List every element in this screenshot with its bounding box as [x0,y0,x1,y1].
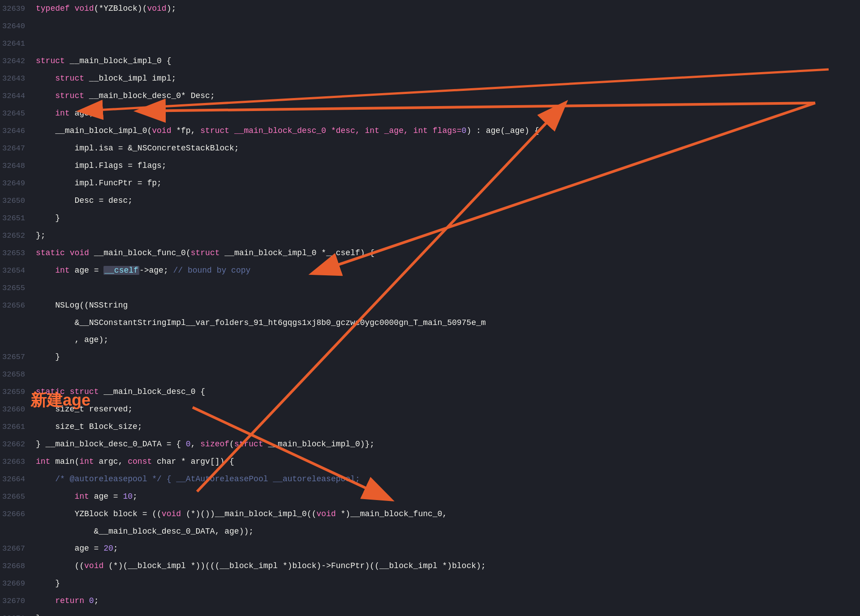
code-token: int [36,457,50,466]
code-token: ( [229,440,234,449]
line-content: int age = 10; [36,488,860,505]
code-token: void [162,509,181,518]
line-number: 32668 [0,558,36,575]
code-token: ; [94,596,99,605]
line-content: impl.Flags = flags; [36,157,860,174]
code-token: struct [191,248,220,257]
table-row: &__NSConstantStringImpl__var_folders_91_… [0,314,860,331]
line-number: 32645 [0,105,36,122]
table-row: 32653static void __main_block_func_0(str… [0,244,860,262]
code-editor: 32639typedef void(*YZBlock)(void);32640 … [0,0,860,616]
table-row: 32664 /* @autoreleasepool */ { __AtAutor… [0,471,860,488]
code-token: size_t reserved; [36,405,133,414]
line-content: impl.isa = &_NSConcreteStackBlock; [36,140,860,157]
code-token: struct [36,56,65,65]
line-number: 32648 [0,158,36,175]
line-content: int main(int argc, const char * argv[]) … [36,453,860,470]
table-row: 32640 [0,17,860,35]
code-token: age = [36,544,103,553]
code-token: } [36,579,60,588]
line-content: NSLog((NSString [36,297,860,314]
code-token: (*)())__main_block_impl_0(( [181,509,316,518]
line-content: __main_block_impl_0(void *fp, struct __m… [36,122,860,139]
line-number: 32664 [0,471,36,488]
line-number: 32671 [0,610,36,616]
code-token: 0 [89,596,94,605]
line-number: 32651 [0,210,36,227]
code-token [36,596,55,605]
line-content: size_t Block_size; [36,418,860,435]
line-content: &__NSConstantStringImpl__var_folders_91_… [36,314,860,331]
table-row: 32661 size_t Block_size; [0,418,860,436]
code-token: age; [70,109,94,118]
code-token: int [79,457,94,466]
code-token: void [147,4,166,13]
line-content: } __main_block_desc_0_DATA = { 0, sizeof… [36,436,860,453]
code-token: 0 [186,440,191,449]
code-token: YZBlock block = (( [36,509,162,518]
code-token: static [36,387,65,396]
table-row: 32656 NSLog((NSString [0,297,860,314]
line-content: YZBlock block = ((void (*)())__main_bloc… [36,505,860,522]
code-token: __main_block_impl_0 *__cself) { [220,248,375,257]
code-token: &__NSConstantStringImpl__var_folders_91_… [36,318,486,327]
table-row: 32643 struct __block_impl impl; [0,70,860,87]
table-row: 32671} [0,610,860,616]
line-content: Desc = desc; [36,192,860,209]
code-token: struct [200,126,229,135]
code-token: __main_block_desc_0* Desc; [84,91,215,100]
code-token: ); [167,4,176,13]
line-content: /* @autoreleasepool */ { __AtAutorelease… [36,471,860,488]
table-row: , age); [0,331,860,348]
code-token [65,387,70,396]
line-number: 32650 [0,192,36,210]
line-number: 32654 [0,262,36,279]
code-token: // bound by copy [173,266,251,275]
code-token: impl.FuncPtr = fp; [36,179,162,188]
line-content: struct __main_block_impl_0 { [36,52,860,69]
code-token: sizeof [200,440,229,449]
table-row: 32670 return 0; [0,592,860,610]
code-token: Desc = desc; [36,196,133,205]
code-token: }; [36,231,46,240]
table-row: 32652}; [0,227,860,244]
code-token: void [152,126,171,135]
line-content: } [36,610,860,616]
line-number: 32642 [0,53,36,70]
code-token: 0 [462,126,467,135]
code-token: (( [36,561,84,570]
table-row: 32650 Desc = desc; [0,192,860,210]
code-token: int [55,109,69,118]
line-number: 32656 [0,297,36,314]
line-content: } [36,210,860,227]
code-token: int [74,492,89,501]
line-number: 32663 [0,453,36,471]
line-content: size_t reserved; [36,401,860,418]
table-row: 32665 int age = 10; [0,488,860,505]
line-number: 32653 [0,245,36,262]
code-token: age = [70,266,104,275]
code-token: char * argv[]) { [152,457,234,466]
line-number: 32640 [0,18,36,35]
line-number: 32659 [0,384,36,401]
code-token: return [55,596,84,605]
code-token: size_t Block_size; [36,422,142,431]
line-content: static void __main_block_func_0(struct _… [36,244,860,261]
code-token: } __main_block_desc_0_DATA = { [36,440,186,449]
code-token: impl.Flags = flags; [36,161,167,170]
code-token: int [413,126,428,135]
line-number: 32649 [0,175,36,192]
code-token: typedef [36,4,74,13]
line-content [36,279,860,296]
line-number: 32667 [0,540,36,557]
table-row: 32651 } [0,210,860,227]
code-token: &__main_block_desc_0_DATA, age)); [36,527,254,536]
line-content [36,17,860,34]
line-content: struct __block_impl impl; [36,70,860,87]
line-content [36,366,860,383]
table-row: 32655 [0,279,860,297]
code-token: int [55,266,69,275]
table-row: 32654 int age = __cself->age; // bound b… [0,262,860,279]
line-content: struct __main_block_desc_0* Desc; [36,87,860,104]
code-token: __main_block_impl_0( [36,126,152,135]
